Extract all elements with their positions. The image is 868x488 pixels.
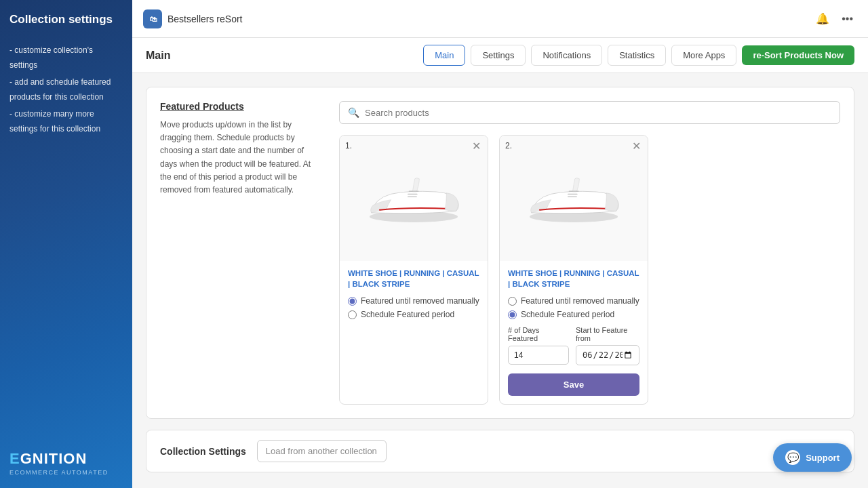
product-1-image (340, 136, 488, 261)
product-2-radio-group: Featured until removed manually Schedule… (508, 296, 639, 319)
shoe-svg-2 (523, 165, 625, 232)
sidebar-item-3: - customize many more settings for this … (9, 107, 123, 136)
tab-settings[interactable]: Settings (471, 45, 526, 66)
section-right: 🔍 1. ✕ (339, 101, 840, 405)
product-2-image (500, 136, 648, 261)
days-input[interactable] (508, 346, 569, 365)
schedule-fields: # of Days Featured Start to Feature from… (508, 326, 639, 396)
product-2-radio-1-label: Featured until removed manually (521, 296, 639, 306)
product-1-radio-2-label: Schedule Featured period (361, 310, 454, 319)
product-2-radio-2[interactable]: Schedule Featured period (508, 310, 639, 319)
product-1-body: WHITE SHOE | RUNNING | CASUAL | BLACK ST… (340, 261, 488, 327)
product-1-radio-2[interactable]: Schedule Featured period (348, 310, 479, 319)
main-content: 🛍 Bestsellers reSort 🔔 ••• Main Main Set… (132, 0, 868, 488)
product-1-radio-2-input[interactable] (348, 310, 357, 319)
tab-more-apps[interactable]: More Apps (671, 45, 736, 66)
product-2-number: 2. (505, 141, 512, 150)
product-2-body: WHITE SHOE | RUNNING | CASUAL | BLACK ST… (500, 261, 648, 404)
start-label: Start to Feature from (576, 326, 639, 342)
search-icon: 🔍 (348, 107, 359, 118)
support-button[interactable]: 💬 Support (773, 443, 852, 472)
sidebar-footer: EGNITION ECOMMERCE AUTOMATED (9, 439, 123, 476)
collection-settings-label: Collection Settings (160, 446, 246, 457)
save-button[interactable]: Save (508, 373, 639, 396)
section-left: Featured Products Move products up/down … (160, 101, 323, 405)
featured-products-heading: Featured Products (160, 101, 323, 112)
product-1-radio-1-label: Featured until removed manually (361, 296, 479, 306)
logo-gnition: GNITION (20, 450, 87, 467)
product-1-radio-1-input[interactable] (348, 297, 357, 306)
featured-products-desc: Move products up/down in the list by dra… (160, 119, 323, 197)
schedule-inputs (508, 345, 639, 365)
nav-title: Main (146, 49, 170, 62)
product-1-radio-1[interactable]: Featured until removed manually (348, 296, 479, 306)
app-name: Bestsellers reSort (167, 14, 806, 24)
product-1-name: WHITE SHOE | RUNNING | CASUAL | BLACK ST… (348, 268, 479, 289)
topbar: 🛍 Bestsellers reSort 🔔 ••• (132, 0, 868, 38)
product-2-radio-1-input[interactable] (508, 297, 517, 306)
collection-select-wrapper: Load from another collection (257, 440, 840, 462)
product-card-1: 1. ✕ (339, 135, 488, 405)
app-icon: 🛍 (143, 9, 162, 28)
shoe-svg-1 (363, 165, 465, 232)
support-icon: 💬 (785, 450, 800, 465)
product-1-close-button[interactable]: ✕ (472, 141, 481, 152)
collection-select[interactable]: Load from another collection (257, 440, 387, 462)
collection-settings-bar: Collection Settings Load from another co… (146, 430, 854, 472)
product-2-radio-2-input[interactable] (508, 310, 517, 319)
logo: EGNITION ECOMMERCE AUTOMATED (9, 450, 123, 476)
notification-bell-button[interactable]: 🔔 (812, 9, 833, 28)
resort-products-button[interactable]: re-Sort Products Now (742, 45, 854, 65)
app-icon-text: 🛍 (149, 15, 157, 23)
tab-notifications[interactable]: Notifications (531, 45, 602, 66)
product-1-radio-group: Featured until removed manually Schedule… (348, 296, 479, 319)
sidebar: Collection settings - customize collecti… (0, 0, 132, 488)
sidebar-item-2: - add and schedule featured products for… (9, 75, 123, 104)
product-2-radio-1[interactable]: Featured until removed manually (508, 296, 639, 306)
days-label: # of Days Featured (508, 326, 569, 342)
logo-sub: ECOMMERCE AUTOMATED (9, 469, 123, 476)
product-card-2: 2. ✕ (499, 135, 648, 405)
page-content: Featured Products Move products up/down … (132, 73, 868, 488)
schedule-labels: # of Days Featured Start to Feature from (508, 326, 639, 342)
date-input[interactable] (576, 345, 639, 365)
logo-brand: EGNITION (9, 450, 123, 468)
logo-e: E (9, 450, 20, 467)
products-grid: 1. ✕ (339, 135, 840, 405)
sidebar-items: - customize collection's settings - add … (9, 43, 123, 140)
search-bar: 🔍 (339, 101, 840, 124)
featured-products-section: Featured Products Move products up/down … (146, 87, 854, 419)
product-2-close-button[interactable]: ✕ (632, 141, 641, 152)
sidebar-item-1: - customize collection's settings (9, 43, 123, 73)
product-2-name: WHITE SHOE | RUNNING | CASUAL | BLACK ST… (508, 268, 639, 289)
tab-main[interactable]: Main (423, 45, 465, 66)
more-options-button[interactable]: ••• (837, 10, 857, 28)
support-label: Support (806, 453, 840, 463)
product-1-number: 1. (345, 141, 352, 150)
product-2-radio-2-label: Schedule Featured period (521, 310, 614, 319)
tab-statistics[interactable]: Statistics (608, 45, 666, 66)
sidebar-title: Collection settings (9, 12, 123, 27)
topbar-icons: 🔔 ••• (812, 9, 857, 28)
search-input[interactable] (365, 108, 831, 118)
section-inner: Featured Products Move products up/down … (160, 101, 840, 405)
nav-bar: Main Main Settings Notifications Statist… (132, 38, 868, 73)
